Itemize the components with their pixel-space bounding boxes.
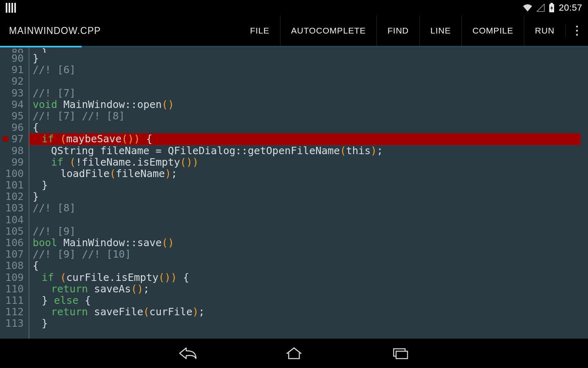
open-file-tab[interactable]: MAINWINDOW.CPP	[9, 25, 101, 36]
line-menu[interactable]: LINE	[419, 16, 461, 46]
code-line[interactable]: //! [7]	[29, 88, 581, 99]
code-line[interactable]	[29, 76, 581, 87]
overflow-menu-button[interactable]	[565, 25, 588, 37]
line-number[interactable]: 100	[0, 168, 25, 180]
running-app-icon	[6, 3, 16, 13]
line-number[interactable]: 104	[0, 214, 25, 226]
line-number[interactable]: 99	[0, 157, 25, 168]
line-number[interactable]: 108	[0, 260, 25, 272]
code-line[interactable]: }	[29, 191, 581, 202]
code-line[interactable]: if (maybeSave()) {	[29, 133, 581, 145]
code-line[interactable]: //! [7] //! [8]	[29, 110, 581, 122]
code-line[interactable]: {	[29, 260, 581, 272]
menu-buttons: FILE AUTOCOMPLETE FIND LINE COMPILE RUN	[239, 16, 565, 46]
line-number[interactable]: 96	[0, 122, 25, 133]
code-line[interactable]: }	[29, 47, 581, 53]
home-button[interactable]	[282, 343, 306, 363]
android-status-bar: 20:57	[0, 0, 588, 16]
line-number[interactable]: 94	[0, 99, 25, 110]
code-line[interactable]: } else {	[29, 295, 581, 306]
code-line[interactable]: }	[29, 318, 581, 329]
status-clock: 20:57	[559, 2, 582, 13]
svg-rect-3	[396, 351, 408, 359]
line-number[interactable]: 91	[0, 64, 25, 76]
line-number[interactable]: 101	[0, 180, 25, 191]
line-number[interactable]: 98	[0, 145, 25, 157]
code-line[interactable]: return saveFile(curFile);	[29, 306, 581, 318]
line-number[interactable]: 93	[0, 88, 25, 99]
code-line[interactable]: void MainWindow::open()	[29, 99, 581, 110]
code-line[interactable]: bool MainWindow::save()	[29, 237, 581, 249]
code-line[interactable]: QString fileName = QFileDialog::getOpenF…	[29, 145, 581, 157]
file-menu[interactable]: FILE	[239, 16, 280, 46]
code-line[interactable]: }	[29, 180, 581, 191]
line-number[interactable]: 109	[0, 272, 25, 283]
overflow-dots-icon	[576, 25, 578, 37]
code-content[interactable]: }}//! [6]//! [7]void MainWindow::open()/…	[29, 47, 581, 339]
app-action-bar: MAINWINDOW.CPP FILE AUTOCOMPLETE FIND LI…	[0, 16, 588, 46]
code-line[interactable]: //! [6]	[29, 64, 581, 76]
line-number[interactable]: 112	[0, 306, 25, 318]
line-number[interactable]: 92	[0, 76, 25, 87]
code-editor[interactable]: 8990919293949596979899100101102103104105…	[0, 47, 588, 339]
line-number-gutter[interactable]: 8990919293949596979899100101102103104105…	[0, 47, 29, 339]
recent-apps-button[interactable]	[388, 343, 412, 363]
code-line[interactable]: //! [9]	[29, 226, 581, 237]
line-number[interactable]: 106	[0, 237, 25, 249]
wifi-icon	[523, 4, 532, 12]
code-line[interactable]: {	[29, 122, 581, 133]
find-menu[interactable]: FIND	[376, 16, 419, 46]
line-number[interactable]: 107	[0, 249, 25, 260]
line-number[interactable]: 113	[0, 318, 25, 329]
line-number[interactable]: 102	[0, 191, 25, 202]
run-menu[interactable]: RUN	[524, 16, 565, 46]
battery-charging-icon	[549, 3, 555, 13]
cell-signal-icon	[537, 4, 545, 12]
line-number[interactable]: 90	[0, 53, 25, 64]
code-line[interactable]	[29, 214, 581, 226]
line-number[interactable]: 103	[0, 202, 25, 214]
code-line[interactable]: //! [9] //! [10]	[29, 249, 581, 260]
code-line[interactable]: //! [8]	[29, 202, 581, 214]
code-line[interactable]: if (!fileName.isEmpty())	[29, 157, 581, 168]
autocomplete-menu[interactable]: AUTOCOMPLETE	[280, 16, 376, 46]
line-number[interactable]: 110	[0, 283, 25, 295]
code-line[interactable]: if (curFile.isEmpty()) {	[29, 272, 581, 283]
svg-rect-1	[550, 3, 553, 4]
code-line[interactable]: }	[29, 53, 581, 64]
code-line[interactable]: loadFile(fileName);	[29, 168, 581, 180]
android-nav-bar	[0, 339, 588, 368]
line-number[interactable]: 105	[0, 226, 25, 237]
breakpoint-marker[interactable]	[2, 136, 9, 142]
line-number[interactable]: 95	[0, 110, 25, 122]
compile-menu[interactable]: COMPILE	[461, 16, 524, 46]
line-number[interactable]: 97	[0, 133, 25, 145]
code-line[interactable]: return saveAs();	[29, 283, 581, 295]
back-button[interactable]	[176, 343, 200, 363]
line-number[interactable]: 111	[0, 295, 25, 306]
